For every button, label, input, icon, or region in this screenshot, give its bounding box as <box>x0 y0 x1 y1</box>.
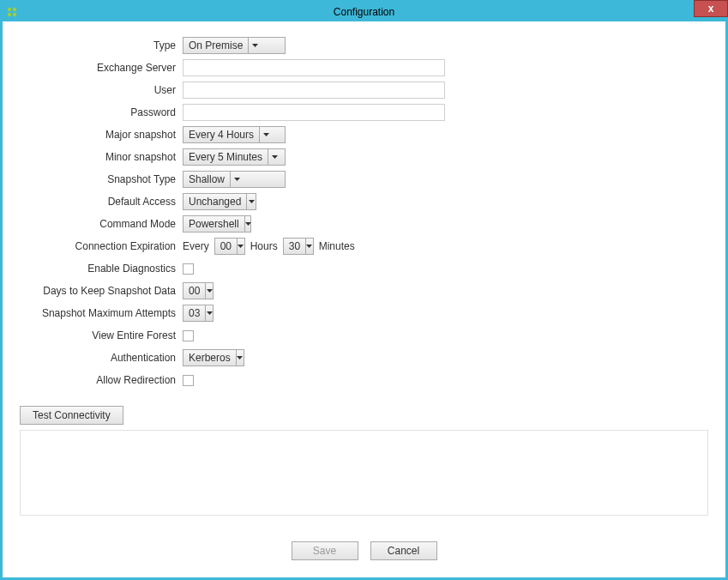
chevron-down-icon <box>237 239 244 254</box>
command-mode-combo[interactable]: Powershell <box>183 215 251 233</box>
days-keep-value: 00 <box>184 285 205 297</box>
exchange-server-label: Exchange Server <box>20 62 183 74</box>
command-mode-label: Command Mode <box>20 218 183 230</box>
content-area: Type On Premise Exchange Server User Pas… <box>3 21 725 569</box>
major-snapshot-value: Every 4 Hours <box>184 129 259 141</box>
default-access-label: Default Access <box>20 196 183 208</box>
type-value: On Premise <box>184 39 248 51</box>
exchange-server-input[interactable] <box>183 59 445 76</box>
authentication-value: Kerberos <box>184 352 236 364</box>
chevron-down-icon <box>246 194 256 209</box>
svg-point-2 <box>8 13 11 16</box>
minor-snapshot-label: Minor snapshot <box>20 151 183 163</box>
view-forest-checkbox[interactable] <box>183 330 194 341</box>
conn-hours-combo[interactable]: 00 <box>214 238 245 255</box>
snapshot-max-combo[interactable]: 03 <box>183 305 214 322</box>
chevron-down-icon <box>244 216 251 232</box>
type-label: Type <box>20 39 183 51</box>
command-mode-value: Powershell <box>184 218 244 230</box>
test-connectivity-button[interactable]: Test Connectivity <box>20 406 123 425</box>
default-access-combo[interactable]: Unchanged <box>183 193 256 210</box>
app-icon <box>6 6 18 18</box>
major-snapshot-combo[interactable]: Every 4 Hours <box>183 126 286 143</box>
close-button[interactable]: x <box>694 0 728 17</box>
snapshot-type-combo[interactable]: Shallow <box>183 171 286 188</box>
snapshot-type-label: Snapshot Type <box>20 173 183 185</box>
days-keep-label: Days to Keep Snapshot Data <box>20 285 183 297</box>
snapshot-max-label: Snapshot Maximum Attempts <box>20 307 183 319</box>
cancel-button[interactable]: Cancel <box>370 541 437 560</box>
days-keep-combo[interactable]: 00 <box>183 282 214 299</box>
output-textarea[interactable] <box>20 430 708 516</box>
user-input[interactable] <box>183 82 445 99</box>
config-window: Configuration x Type On Premise Exchange… <box>0 0 728 580</box>
chevron-down-icon <box>305 239 313 254</box>
chevron-down-icon <box>248 38 261 53</box>
svg-point-1 <box>13 8 16 11</box>
snapshot-max-value: 03 <box>184 307 205 319</box>
chevron-down-icon <box>230 172 243 187</box>
authentication-combo[interactable]: Kerberos <box>183 349 244 366</box>
chevron-down-icon <box>268 149 280 165</box>
chevron-down-icon <box>205 283 213 299</box>
chevron-down-icon <box>259 127 272 142</box>
conn-hours-value: 00 <box>215 240 237 252</box>
every-text: Every <box>183 240 209 252</box>
minutes-text: Minutes <box>319 240 355 252</box>
chevron-down-icon <box>236 350 244 366</box>
hours-text: Hours <box>250 240 278 252</box>
password-label: Password <box>20 106 183 118</box>
allow-redirection-checkbox[interactable] <box>183 375 194 386</box>
snapshot-type-value: Shallow <box>184 173 230 185</box>
chevron-down-icon <box>205 305 213 321</box>
allow-redirection-label: Allow Redirection <box>20 374 183 386</box>
conn-minutes-combo[interactable]: 30 <box>283 238 314 255</box>
window-title: Configuration <box>334 6 394 18</box>
user-label: User <box>20 84 183 96</box>
default-access-value: Unchanged <box>184 196 246 208</box>
save-button[interactable]: Save <box>292 541 358 560</box>
enable-diagnostics-label: Enable Diagnostics <box>20 263 183 275</box>
password-input[interactable] <box>183 104 445 121</box>
minor-snapshot-combo[interactable]: Every 5 Minutes <box>183 148 286 166</box>
svg-point-3 <box>13 13 16 16</box>
svg-point-0 <box>8 8 11 11</box>
view-forest-label: View Entire Forest <box>20 329 183 341</box>
minor-snapshot-value: Every 5 Minutes <box>184 151 268 163</box>
titlebar: Configuration x <box>3 3 725 21</box>
major-snapshot-label: Major snapshot <box>20 129 183 141</box>
type-combo[interactable]: On Premise <box>183 37 286 54</box>
conn-minutes-value: 30 <box>284 240 305 252</box>
authentication-label: Authentication <box>20 352 183 364</box>
connection-expiration-label: Connection Expiration <box>20 240 183 252</box>
enable-diagnostics-checkbox[interactable] <box>183 263 194 275</box>
close-icon: x <box>708 3 714 15</box>
